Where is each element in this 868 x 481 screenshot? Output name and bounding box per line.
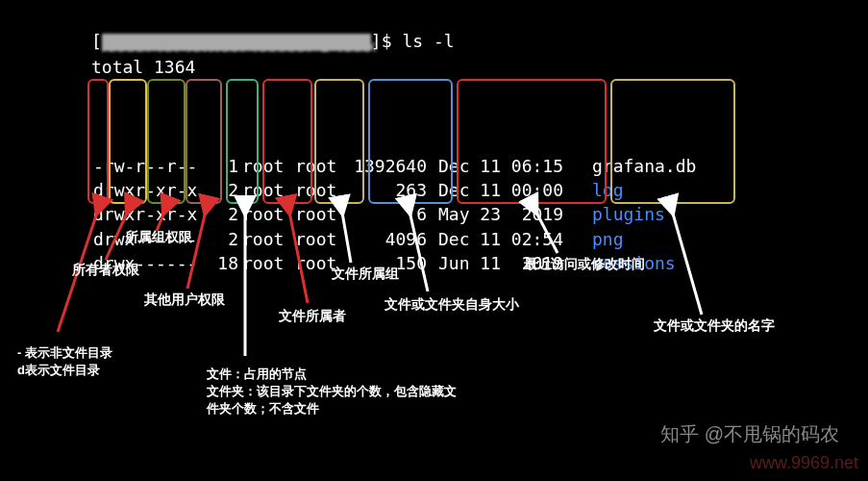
col-links: 18	[202, 251, 240, 275]
label-date: 最近访问或修改时间	[524, 256, 645, 273]
label-group-perm: 所属组权限	[125, 229, 192, 246]
col-size: 4096	[346, 227, 433, 251]
file-listing: -rw-r--r--1rootroot1392640Dec 11 06:15gr…	[91, 81, 721, 481]
col-owner: root	[240, 202, 293, 226]
col-group: root	[293, 202, 346, 226]
watermark-url: www.9969.net	[750, 453, 858, 473]
label-filetype-1: - 表示非文件目录	[17, 344, 112, 362]
listing-row: drwxr-xr-x2rootroot263Dec 11 00:00log	[91, 178, 721, 202]
col-group: root	[293, 154, 346, 178]
listing-row: drwxr-xr-x2rootroot6May 23 2019plugins	[91, 202, 721, 226]
prompt-line: [xxxxx-xx-xx.xxx-xxxxxx-1 xxxx]$ ls -l	[91, 29, 721, 53]
col-date: May 23 2019	[433, 202, 586, 226]
col-group: root	[293, 178, 346, 202]
col-date: Dec 11 06:15	[433, 154, 586, 178]
label-links-1: 文件：占用的节点	[207, 366, 307, 383]
label-name: 文件或文件夹的名字	[654, 317, 775, 335]
listing-row: -rw-r--r--1rootroot1392640Dec 11 06:15gr…	[91, 154, 721, 178]
col-size: 6	[346, 202, 433, 226]
col-size: 1392640	[346, 154, 433, 178]
watermark-zhihu: 知乎 @不甩锅的码农	[660, 421, 839, 447]
col-name: log	[586, 178, 721, 202]
col-links: 2	[202, 178, 240, 202]
command: ls -l	[402, 31, 454, 51]
col-group: root	[293, 227, 346, 251]
label-size: 文件或文件夹自身大小	[384, 296, 519, 314]
label-group: 文件所属组	[332, 266, 399, 283]
label-other-perm: 其他用户权限	[144, 291, 225, 309]
col-name: plugins	[586, 202, 721, 226]
label-filetype-2: d表示文件目录	[17, 362, 100, 379]
label-links-2: 文件夹：该目录下文件夹的个数，包含隐藏文	[207, 383, 457, 400]
col-name: grafana.db	[586, 154, 721, 178]
col-links: 1	[202, 154, 240, 178]
total-line: total 1364	[91, 55, 721, 79]
col-perm: -rw-r--r--	[91, 154, 202, 178]
col-owner: root	[240, 154, 293, 178]
col-owner: root	[240, 227, 293, 251]
col-links: 2	[202, 227, 240, 251]
prompt-host-blurred: xxxxx-xx-xx.xxx-xxxxxx-1 xxxx	[102, 34, 371, 51]
label-links-3: 件夹个数；不含文件	[207, 400, 319, 418]
col-links: 2	[202, 202, 240, 226]
label-owner: 文件所属者	[279, 308, 346, 325]
terminal-output: [xxxxx-xx-xx.xxx-xxxxxx-1 xxxx]$ ls -l t…	[91, 29, 721, 481]
col-perm: drwxr-xr-x	[91, 202, 202, 226]
col-owner: root	[240, 178, 293, 202]
col-date: Dec 11 02:54	[433, 227, 586, 251]
label-owner-perm: 所有者权限	[72, 262, 139, 279]
col-name: png	[586, 227, 721, 251]
col-size: 263	[346, 178, 433, 202]
col-perm: drwxr-xr-x	[91, 178, 202, 202]
prompt-open: [	[91, 31, 102, 51]
col-owner: root	[240, 251, 293, 275]
col-date: Dec 11 00:00	[433, 178, 586, 202]
